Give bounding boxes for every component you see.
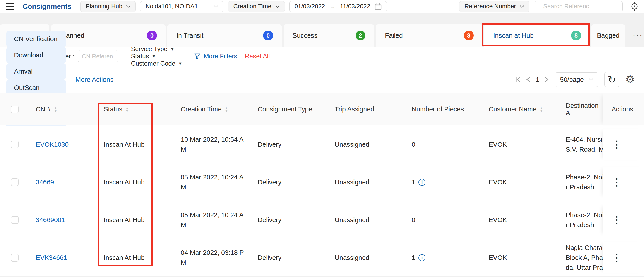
chevron-down-icon [520,5,524,8]
current-page: 1 [536,76,540,83]
select-all-checkbox[interactable] [11,106,18,113]
arrival-button[interactable]: Arrival [6,63,66,80]
destination-line: E-404, Nursi [566,135,603,144]
pieces-cell: 1i [405,242,482,273]
prev-page-button[interactable] [526,76,530,83]
search-input[interactable] [539,1,623,12]
tab-count-badge: 0 [263,30,273,40]
reset-all-button[interactable]: Reset All [245,53,270,60]
row-checkbox[interactable] [11,216,18,224]
info-icon[interactable]: i [418,254,426,261]
tab-label: Inscan at Hub [493,32,534,39]
destination-line: da, Uttar Pra [566,263,603,273]
column-header-creation-time[interactable]: Creation Time▲▼ [174,93,251,125]
facility-dropdown[interactable]: Noida101, NOIDA1... [140,1,224,12]
date-field-dropdown[interactable]: Creation Time [228,1,285,12]
destination-cell: Phase-2, Noir Pradesh [559,166,603,198]
sort-icon[interactable]: ▲▼ [54,107,57,112]
cn-number-link[interactable]: EVOK1030 [36,141,68,148]
consignment-type-cell: Delivery [251,129,328,160]
search-box [534,1,623,12]
sort-icon[interactable]: ▲▼ [540,107,543,112]
download-button[interactable]: Download [6,47,66,63]
first-page-button[interactable] [515,76,521,83]
kebab-menu-icon[interactable]: ⋮ [612,215,622,225]
status-cell: Inscan At Hub [97,129,174,160]
date-to-value[interactable]: 11/03/2022 [340,3,370,10]
sort-icon[interactable]: ▲▼ [126,107,129,112]
trip-assigned-cell: Unassigned [328,129,405,160]
destination-line: r Pradesh [566,220,603,230]
date-range-picker[interactable]: 01/03/2022 → 11/03/2022 [290,1,387,12]
refresh-button[interactable]: ↻ [604,72,619,87]
column-header-actions: Actions [603,93,644,125]
destination-line: Phase-2, Noi [566,172,603,182]
hub-type-label: Planning Hub [86,3,122,10]
destination-line: r Pradesh [566,182,603,192]
cn-number-link[interactable]: 34669 [36,178,54,186]
sort-icon[interactable]: ▲▼ [225,107,228,112]
more-tabs-button[interactable]: ··· [627,24,644,47]
tab-count-badge: 8 [571,30,581,40]
trip-assigned-cell: Unassigned [328,166,405,198]
tab-count-badge: 2 [356,30,366,40]
trip-assigned-cell: Unassigned [328,204,405,236]
actions-cell: ⋮ [603,204,644,236]
refresh-icon: ↻ [608,74,616,85]
pieces-cell: 1i [405,166,482,198]
column-header-status[interactable]: Status▲▼ [97,93,174,125]
top-bar: Consignments Planning Hub Noida101, NOID… [0,0,644,13]
kebab-menu-icon[interactable]: ⋮ [612,177,622,187]
filter-funnel-icon [194,53,200,59]
next-page-button[interactable] [544,76,549,83]
row-checkbox[interactable] [11,140,18,148]
page-size-select[interactable]: 50/page [555,72,598,87]
column-label: Actions [612,106,633,113]
gear-icon[interactable]: ⚙ [625,74,635,85]
chevron-down-icon [214,5,218,8]
actions-cell: ⋮ [603,166,644,198]
table-body: EVOK1030 Inscan At Hub 10 Mar 2022, 10:5… [0,126,644,277]
search-type-label: Reference Number [464,3,516,10]
cn-reference-input[interactable] [78,50,118,62]
tab-in-transit[interactable]: In Transit0 [167,24,282,47]
more-actions-button[interactable]: More Actions [76,76,114,83]
search-type-dropdown[interactable]: Reference Number [459,1,530,12]
cn-number-link[interactable]: EVK34661 [36,254,67,262]
destination-line: Nagla Chara [566,243,603,253]
column-header-customer-name[interactable]: Customer Name▲▼ [482,93,559,125]
tab-bagged[interactable]: Bagged [592,24,625,47]
page-title: Consignments [23,2,71,11]
cn-verification-button[interactable]: CN Verification [6,31,66,47]
filter-dropdown-status[interactable]: Status▾ [131,53,182,60]
status-cell: Inscan At Hub [97,242,174,273]
status-cell: Inscan At Hub [97,204,174,236]
more-filters-button[interactable]: More Filters [194,53,237,60]
filter-dropdown-service-type[interactable]: Service Type▾ [131,45,182,53]
kebab-menu-icon[interactable]: ⋮ [612,139,622,149]
row-checkbox[interactable] [11,254,18,262]
location-target-icon[interactable] [630,1,640,12]
info-icon[interactable]: i [418,179,426,186]
hub-type-dropdown[interactable]: Planning Hub [80,1,136,12]
creation-time-cell: 04 Mar 2022, 03:18 PM [174,242,251,273]
tab-success[interactable]: Success2 [284,24,374,47]
filter-dropdown-label: Service Type [131,45,167,53]
pieces-cell: 0 [405,129,482,160]
cn-number-link[interactable]: 34669001 [36,216,65,224]
caret-down-icon: ▾ [171,46,174,52]
row-checkbox[interactable] [11,178,18,186]
kebab-menu-icon[interactable]: ⋮ [612,253,622,263]
tab-label: Success [292,32,318,39]
hamburger-menu-icon[interactable] [6,3,15,10]
tab-inscan-at-hub[interactable]: Inscan at Hub8 [484,24,590,47]
caret-down-icon: ▾ [179,61,182,66]
more-filters-label: More Filters [204,53,237,60]
column-label: Destination A [566,102,603,117]
date-from-value[interactable]: 01/03/2022 [294,3,325,10]
tab-failed[interactable]: Failed3 [376,24,482,47]
tab-label: In Transit [176,32,203,39]
column-header-cn[interactable]: CN #▲▼ [30,93,97,125]
table-header: CN #▲▼Status▲▼Creation Time▲▼Consignment… [0,93,644,126]
facility-label: Noida101, NOIDA1... [146,3,203,10]
